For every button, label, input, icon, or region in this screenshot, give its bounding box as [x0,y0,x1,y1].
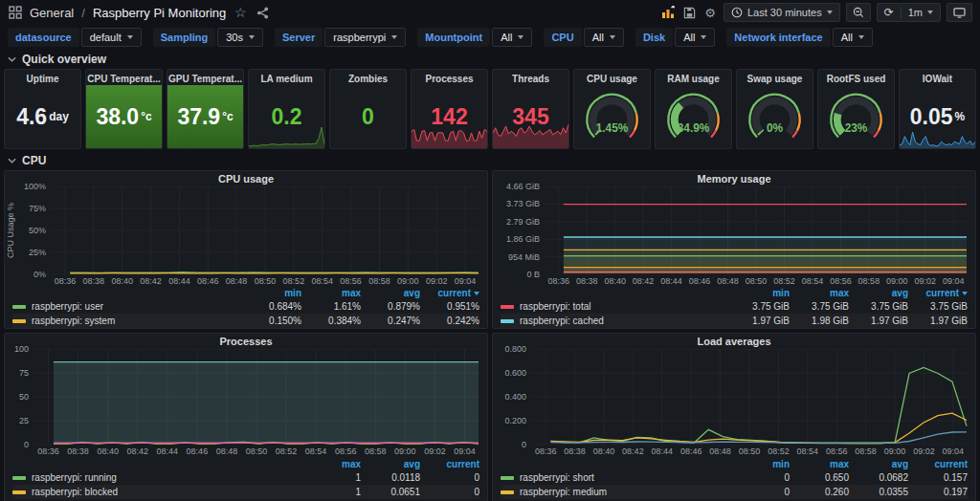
star-icon[interactable]: ☆ [233,5,248,20]
chart-plot[interactable] [51,186,479,274]
legend-column-min[interactable]: min [730,459,790,469]
stat-panel-title[interactable]: CPU Temperat... [86,70,162,85]
legend-value: 0.157 [908,472,968,483]
chart-plot[interactable] [545,186,968,274]
stat-value: 142 [431,106,467,128]
zoom-out-time-button[interactable] [846,3,871,22]
stat-body: 23% [818,85,894,148]
refresh-picker[interactable]: ⟳ 1m [877,3,941,22]
series-toggle[interactable]: raspberrypi: total [501,301,730,312]
y-tick-label: 0.800 [504,344,526,354]
y-axis: CPU Usage %0%25%50%75%100% [5,186,51,274]
series-name: raspberrypi: medium [520,487,607,497]
section-cpu[interactable]: CPU [0,153,980,168]
series-toggle[interactable]: raspberrypi: system [12,316,242,326]
x-tick-label: 08:38 [67,447,89,456]
variable-disk-dropdown[interactable]: All [675,28,715,47]
breadcrumb-folder[interactable]: General [30,6,74,20]
chart-plot[interactable] [531,349,968,445]
legend-column-min[interactable]: min [730,288,790,298]
legend-column-max[interactable]: max [790,288,849,298]
stat-panel-title[interactable]: RAM usage [656,70,731,85]
section-quick-overview[interactable]: Quick overview [0,52,980,67]
series-toggle[interactable]: raspberrypi: user [12,301,242,312]
legend-column-current[interactable]: current [420,288,479,298]
y-tick-label: 100% [24,182,46,191]
time-range-picker[interactable]: Last 30 minutes [724,3,840,22]
stat-body: 0% [737,85,813,148]
stat-panel-title[interactable]: GPU Temperat... [167,70,243,85]
settings-gear-icon[interactable]: ⚙ [702,5,718,20]
variable-network-interface-dropdown[interactable]: All [833,28,873,47]
legend-column-min[interactable]: min [242,288,301,298]
stat-panel-title[interactable]: Zombies [330,70,406,85]
legend-column-avg[interactable]: avg [361,288,420,298]
legend-value: 3.75 GiB [849,301,908,312]
stat-panel-title[interactable]: Swap usage [737,70,813,85]
stat-panel-title[interactable]: Uptime [5,70,80,85]
series-toggle[interactable]: raspberrypi: short [501,472,730,483]
legend-column-avg[interactable]: avg [849,459,908,469]
x-tick-label: 08:46 [680,447,702,456]
gauge-value: 23% [845,121,868,135]
legend-column-max[interactable]: max [301,288,361,298]
legend-column-avg[interactable]: avg [361,459,420,469]
dashboards-grid-icon[interactable] [8,5,23,20]
variable-cpu-dropdown[interactable]: All [584,28,624,47]
variable-sampling-dropdown[interactable]: 30s [217,28,263,47]
legend-column-max[interactable]: max [301,459,361,469]
y-tick-label: 75% [29,204,46,213]
x-tick-label: 08:46 [187,447,209,456]
kiosk-mode-button[interactable] [947,3,972,22]
variable-server-dropdown[interactable]: raspberrypi [324,28,406,47]
stat-body: 4.6day [5,85,80,148]
stat-body: 345 [493,85,568,148]
chart-plot[interactable] [33,349,479,445]
x-tick-label: 08:58 [365,447,387,456]
add-panel-icon[interactable] [660,5,676,20]
panel-title[interactable]: Processes [5,334,487,349]
legend-column-current[interactable]: current [908,288,968,298]
share-icon[interactable] [255,5,270,20]
variable-label: Disk [635,28,673,47]
stat-body: 0.05% [900,85,975,148]
gauge-value: 34.9% [678,121,710,135]
y-tick-label: 50% [29,226,46,235]
y-axis: 0255075100 [5,349,33,445]
legend-column-avg[interactable]: avg [849,288,908,298]
x-tick-label: 08:48 [717,276,739,286]
variable-datasource-dropdown[interactable]: default [81,28,142,47]
quick-overview-row: Uptime4.6dayCPU Temperat...38.0°cGPU Tem… [0,67,980,149]
legend-column-current[interactable]: current [908,459,968,469]
series-toggle[interactable]: raspberrypi: blocked [12,487,301,497]
dashboard-title[interactable]: Raspberry Pi Monitoring [93,6,226,20]
y-tick-label: 954 MiB [508,252,540,262]
series-toggle[interactable]: raspberrypi: running [12,472,301,483]
series-swatch [12,490,26,494]
variable-mountpoint-dropdown[interactable]: All [492,28,532,47]
y-tick-label: 100 [14,344,29,354]
legend: minmaxavgcurrentraspberrypi: total3.75 G… [493,287,975,328]
stat-panel-title[interactable]: CPU usage [574,70,650,85]
series-swatch [501,319,514,323]
stat-iowait: IOWait0.05% [899,69,976,149]
y-tick-label: 3.73 GiB [506,199,540,208]
stat-panel-title[interactable]: Processes [412,70,487,85]
stat-panel-title[interactable]: LA medium [249,70,324,85]
panel-title[interactable]: Load averages [493,334,975,349]
stat-value: 0 [362,106,374,128]
stat-panel-title[interactable]: Threads [493,70,568,85]
panel-title[interactable]: Memory usage [493,171,975,186]
stat-panel-title[interactable]: IOWait [900,70,975,85]
grafana-dashboard: General / Raspberry Pi Monitoring ☆ ⚙ La… [0,0,980,501]
series-toggle[interactable]: raspberrypi: cached [501,316,730,326]
legend-column-max[interactable]: max [790,459,849,469]
legend-column-current[interactable]: current [420,459,479,469]
stat-panel-title[interactable]: RootFS used [818,70,894,85]
series-toggle[interactable]: raspberrypi: medium [501,487,730,497]
y-axis-label: CPU Usage % [6,186,15,274]
series-swatch [501,305,514,309]
panel-title[interactable]: CPU usage [5,171,487,186]
save-dashboard-icon[interactable] [681,5,697,20]
legend-row: raspberrypi: short00.6500.06820.157 [501,470,968,485]
